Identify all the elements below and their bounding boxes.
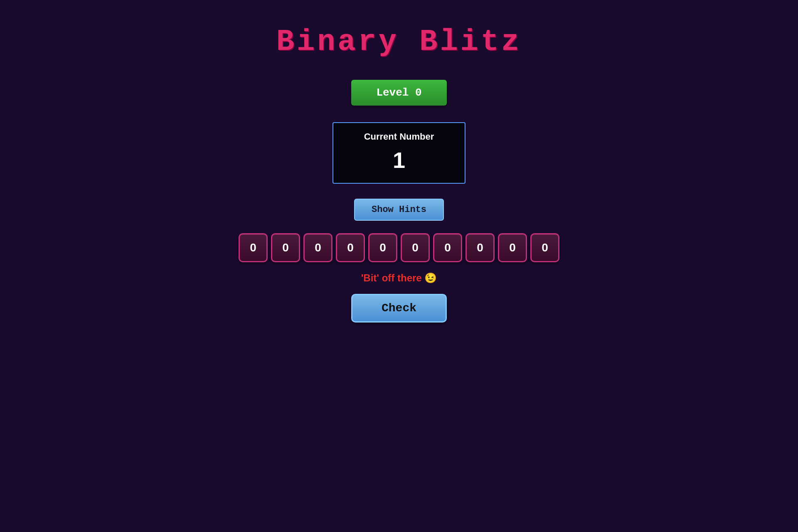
level-button[interactable]: Level 0 xyxy=(351,80,446,106)
bits-container: 0000000000 xyxy=(239,233,559,262)
bit-button-0[interactable]: 0 xyxy=(239,233,268,262)
current-number-label: Current Number xyxy=(346,131,452,142)
bit-button-6[interactable]: 0 xyxy=(433,233,462,262)
bit-button-5[interactable]: 0 xyxy=(401,233,430,262)
bit-button-8[interactable]: 0 xyxy=(498,233,527,262)
bit-button-9[interactable]: 0 xyxy=(530,233,559,262)
feedback-text: 'Bit' off there 😉 xyxy=(361,272,437,284)
current-number-value: 1 xyxy=(346,147,452,173)
bit-button-2[interactable]: 0 xyxy=(303,233,332,262)
app-title: Binary Blitz xyxy=(276,25,522,59)
show-hints-button[interactable]: Show Hints xyxy=(354,199,444,221)
bit-button-4[interactable]: 0 xyxy=(368,233,397,262)
check-button[interactable]: Check xyxy=(351,294,447,323)
bit-button-1[interactable]: 0 xyxy=(271,233,300,262)
bit-button-7[interactable]: 0 xyxy=(466,233,495,262)
bit-button-3[interactable]: 0 xyxy=(336,233,365,262)
current-number-box: Current Number 1 xyxy=(332,122,466,184)
